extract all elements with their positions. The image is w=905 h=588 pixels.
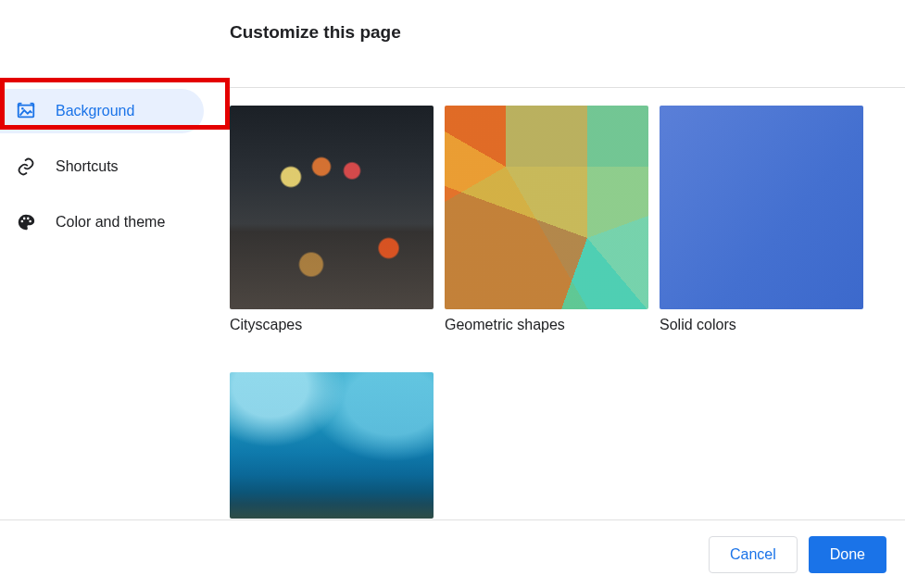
category-tile-solid-colors[interactable]: Solid colors xyxy=(660,106,863,333)
cancel-button[interactable]: Cancel xyxy=(709,536,798,573)
svg-point-9 xyxy=(29,220,31,223)
svg-point-8 xyxy=(27,218,30,220)
divider xyxy=(230,87,905,88)
sidebar-item-shortcuts[interactable]: Shortcuts xyxy=(0,144,230,189)
sidebar: Background Shortcuts xyxy=(0,0,230,519)
category-tile-underwater[interactable] xyxy=(230,372,434,519)
category-label: Geometric shapes xyxy=(445,317,648,333)
category-thumb xyxy=(660,106,863,309)
link-icon xyxy=(15,156,37,178)
category-thumb xyxy=(230,372,434,519)
main-panel: Customize this page Cityscapes Geometric… xyxy=(230,0,905,519)
svg-point-7 xyxy=(23,218,26,220)
category-thumb xyxy=(230,106,434,309)
category-label: Cityscapes xyxy=(230,317,434,333)
category-label: Solid colors xyxy=(660,317,863,333)
sidebar-item-background[interactable]: Background xyxy=(0,89,204,133)
dialog-footer: Cancel Done xyxy=(0,519,905,588)
svg-point-1 xyxy=(21,107,24,110)
sidebar-item-label: Shortcuts xyxy=(56,158,119,175)
page-title: Customize this page xyxy=(230,0,905,63)
category-tile-cityscapes[interactable]: Cityscapes xyxy=(230,106,434,333)
category-thumb xyxy=(445,106,648,309)
sidebar-item-color-theme[interactable]: Color and theme xyxy=(0,200,230,244)
background-category-grid: Cityscapes Geometric shapes Solid colors xyxy=(230,106,886,519)
sidebar-item-label: Background xyxy=(56,103,134,119)
svg-point-6 xyxy=(21,220,24,223)
image-icon xyxy=(15,100,37,122)
palette-icon xyxy=(15,211,37,233)
category-tile-geometric[interactable]: Geometric shapes xyxy=(445,106,648,333)
sidebar-item-label: Color and theme xyxy=(56,214,165,231)
done-button[interactable]: Done xyxy=(809,536,886,573)
